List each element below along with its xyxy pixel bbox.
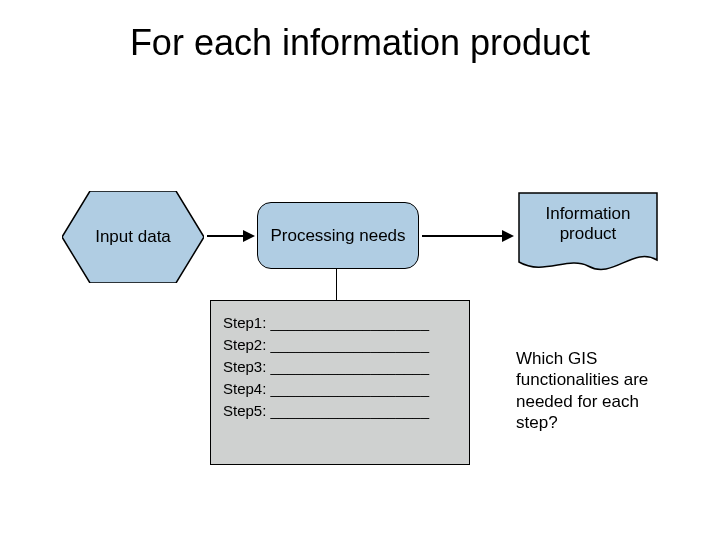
arrow-line-icon (422, 235, 504, 237)
slide-title: For each information product (0, 22, 720, 64)
step-line: Step3: ___________________ (223, 358, 457, 375)
step-line: Step5: ___________________ (223, 402, 457, 419)
node-input-label: Input data (62, 191, 204, 283)
node-output-label: Information product (518, 204, 658, 245)
node-output-label-line1: Information (545, 204, 630, 223)
steps-box: Step1: ___________________ Step2: ______… (210, 300, 470, 465)
step-line: Step2: ___________________ (223, 336, 457, 353)
node-information-product: Information product (518, 192, 658, 274)
arrow-head-icon (502, 230, 514, 242)
arrow-line-icon (207, 235, 245, 237)
node-processing-needs: Processing needs (257, 202, 419, 269)
node-output-label-line2: product (560, 224, 617, 243)
connector-processing-to-steps (336, 268, 337, 300)
step-line: Step4: ___________________ (223, 380, 457, 397)
node-processing-label: Processing needs (270, 226, 405, 246)
side-question: Which GIS functionalities are needed for… (516, 348, 681, 433)
arrow-head-icon (243, 230, 255, 242)
node-input-data: Input data (62, 191, 204, 283)
step-line: Step1: ___________________ (223, 314, 457, 331)
